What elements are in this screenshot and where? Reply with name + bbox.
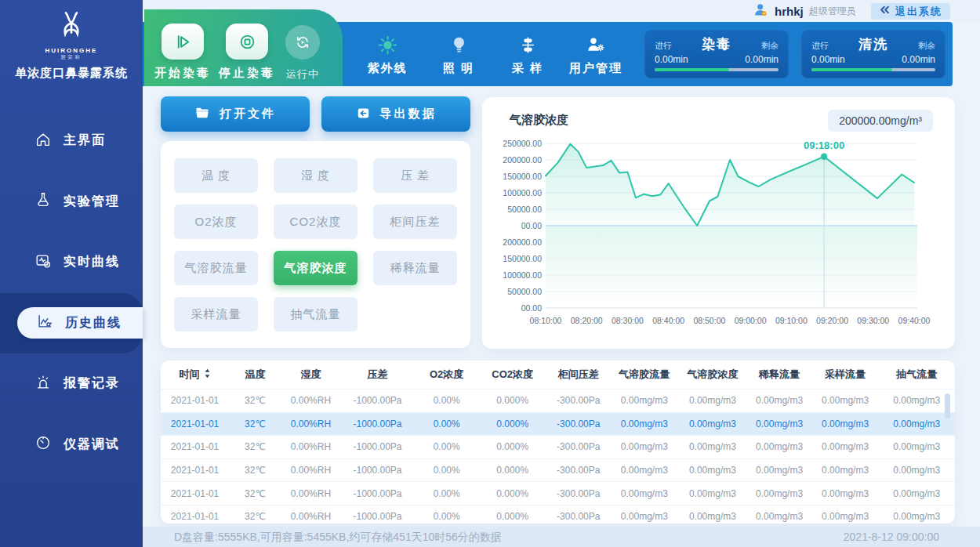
table-cell: 2021-01-01	[161, 418, 229, 429]
user-management-label: 用户管理	[569, 61, 622, 76]
user-management-button[interactable]: 用户管理	[561, 31, 631, 76]
column-header-气溶胶流量: 气溶胶流量	[610, 368, 678, 382]
clean-status-card: 进行 清洗 剩余 0.00min 0.00min	[801, 30, 946, 78]
chart-plot[interactable]: 250000.00200000.00150000.00100000.005000…	[490, 138, 945, 339]
table-row[interactable]: 2021-01-0132℃0.00%RH-1000.00Pa0.00%0.000…	[161, 481, 955, 505]
table-header: 时间温度湿度压差O2浓度CO2浓度柜间压差气溶胶流量气溶胶浓度稀释流量采样流量抽…	[161, 360, 955, 389]
table-cell: 0.00mg/m3	[678, 441, 746, 452]
column-header-柜间压差: 柜间压差	[546, 368, 610, 382]
filter-button-气溶胶浓度[interactable]: 气溶胶浓度	[274, 251, 358, 285]
table-cell: 0.00mg/m3	[747, 418, 812, 429]
export-icon	[356, 106, 371, 123]
filter-button-CO2浓度[interactable]: CO2浓度	[274, 205, 358, 239]
table-cell: 0.00%RH	[281, 465, 340, 476]
table-row[interactable]: 2021-01-0132℃0.00%RH-1000.00Pa0.00%0.000…	[161, 505, 955, 523]
table-cell: -1000.00Pa	[340, 488, 415, 499]
svg-text:100000.00: 100000.00	[503, 188, 542, 197]
filter-button-温度[interactable]: 温 度	[174, 158, 258, 193]
column-header-采样流量: 采样流量	[812, 368, 879, 382]
table-cell: 0.000%	[478, 488, 546, 499]
uv-button[interactable]: 紫外线	[352, 31, 423, 76]
toxin-status-card: 进行 染毒 剩余 0.00min 0.00min	[644, 30, 789, 78]
brand-name-cn: 慧荣和	[0, 54, 143, 61]
svg-text:50000.00: 50000.00	[507, 205, 542, 214]
user-role: 超级管理员	[809, 5, 856, 18]
sidebar-item-label: 仪器调试	[64, 437, 120, 453]
brand-logo-icon	[50, 9, 93, 42]
sidebar-item-实验管理[interactable]: 实验管理	[0, 172, 143, 233]
table-scrollbar[interactable]	[945, 393, 950, 418]
svg-text:08:20:00: 08:20:00	[571, 316, 603, 325]
table-cell: 0.00%	[415, 465, 478, 476]
clean-card-title: 清洗	[858, 35, 888, 53]
filter-button-稀释流量[interactable]: 稀释流量	[373, 251, 457, 285]
column-header-时间[interactable]: 时间	[161, 368, 229, 382]
filter-button-柜间压差[interactable]: 柜间压差	[373, 205, 457, 239]
svg-text:150000.00: 150000.00	[503, 254, 542, 263]
running-status-indicator	[285, 25, 320, 60]
sidebar-item-报警记录[interactable]: 报警记录	[0, 353, 143, 415]
table-cell: 0.00mg/m3	[678, 395, 746, 406]
table-cell: 0.00mg/m3	[747, 488, 812, 499]
sidebar-menu: 主界面实验管理实时曲线历史曲线报警记录仪器调试	[0, 110, 143, 475]
remain-value: 0.00min	[902, 54, 935, 65]
table-cell: 0.00mg/m3	[678, 465, 746, 476]
filter-button-抽气流量[interactable]: 抽气流量	[274, 297, 358, 331]
column-header-CO2浓度: CO2浓度	[478, 368, 546, 382]
lighting-button[interactable]: 照 明	[423, 31, 494, 76]
history-chart-card: 气溶胶浓度 200000.00mg/m³ 250000.00200000.001…	[482, 97, 955, 349]
table-cell: 32℃	[229, 418, 281, 429]
table-cell: -1000.00Pa	[340, 395, 415, 406]
sidebar-item-仪器调试[interactable]: 仪器调试	[0, 415, 143, 476]
table-cell: 2021-01-01	[161, 488, 229, 499]
start-toxin-label: 开始染毒	[154, 66, 211, 81]
table-row[interactable]: 2021-01-0132℃0.00%RH-1000.00Pa0.00%0.000…	[161, 412, 955, 436]
table-cell: 2021-01-01	[161, 395, 229, 406]
table-cell: -1000.00Pa	[340, 441, 415, 452]
filter-button-压差[interactable]: 压 差	[373, 158, 457, 193]
folder-icon	[194, 105, 210, 123]
table-cell: 32℃	[229, 465, 281, 476]
table-cell: 2021-01-01	[161, 511, 229, 522]
logout-button[interactable]: 退出系统	[871, 3, 950, 20]
sidebar-item-主界面[interactable]: 主界面	[0, 110, 143, 172]
stop-toxin-button[interactable]	[226, 24, 268, 60]
table-cell: 32℃	[229, 395, 281, 406]
toxin-progress-bar	[655, 68, 779, 71]
toxin-card-title: 染毒	[702, 35, 731, 53]
filter-button-气溶胶流量[interactable]: 气溶胶流量	[174, 251, 258, 285]
column-header-湿度: 湿度	[281, 368, 340, 382]
instrument-debug-icon	[34, 434, 52, 455]
table-body: 2021-01-0132℃0.00%RH-1000.00Pa0.00%0.000…	[161, 389, 955, 523]
sidebar-item-历史曲线[interactable]: 历史曲线	[0, 293, 143, 354]
start-toxin-button[interactable]	[162, 24, 204, 60]
table-cell: 0.00mg/m3	[747, 465, 812, 476]
filter-button-湿度[interactable]: 湿 度	[274, 158, 358, 193]
play-icon	[174, 33, 192, 51]
svg-text:09:10:00: 09:10:00	[775, 316, 808, 325]
table-cell: 32℃	[229, 441, 281, 452]
table-cell: 0.00%	[415, 441, 478, 452]
table-row[interactable]: 2021-01-0132℃0.00%RH-1000.00Pa0.00%0.000…	[161, 389, 955, 412]
sampling-button[interactable]: 采 样	[492, 31, 563, 76]
filter-button-采样流量[interactable]: 采样流量	[174, 297, 258, 331]
username: hrhkj	[775, 5, 804, 18]
table-cell: 0.00mg/m3	[610, 511, 678, 522]
progress-value: 0.00min	[811, 54, 845, 65]
sidebar-item-实时曲线[interactable]: 实时曲线	[0, 232, 143, 293]
progress-value: 0.00min	[655, 54, 688, 65]
table-cell: 0.00mg/m3	[812, 418, 879, 429]
table-row[interactable]: 2021-01-0132℃0.00%RH-1000.00Pa0.00%0.000…	[161, 435, 955, 458]
filter-button-O2浓度[interactable]: O2浓度	[174, 205, 258, 239]
running-status-label: 运行中	[286, 67, 319, 82]
open-file-button[interactable]: 打开文件	[161, 96, 310, 132]
stop-toxin-label: 停止染毒	[219, 66, 275, 81]
export-data-button[interactable]: 导出数据	[321, 96, 470, 132]
user-gear-icon	[586, 31, 606, 58]
svg-text:200000.00: 200000.00	[503, 155, 542, 165]
svg-text:08:40:00: 08:40:00	[652, 316, 684, 325]
table-row[interactable]: 2021-01-0132℃0.00%RH-1000.00Pa0.00%0.000…	[161, 458, 955, 482]
table-cell: 0.00mg/m3	[610, 488, 678, 499]
alarm-icon	[34, 374, 52, 394]
table-cell: -300.00Pa	[546, 465, 610, 476]
